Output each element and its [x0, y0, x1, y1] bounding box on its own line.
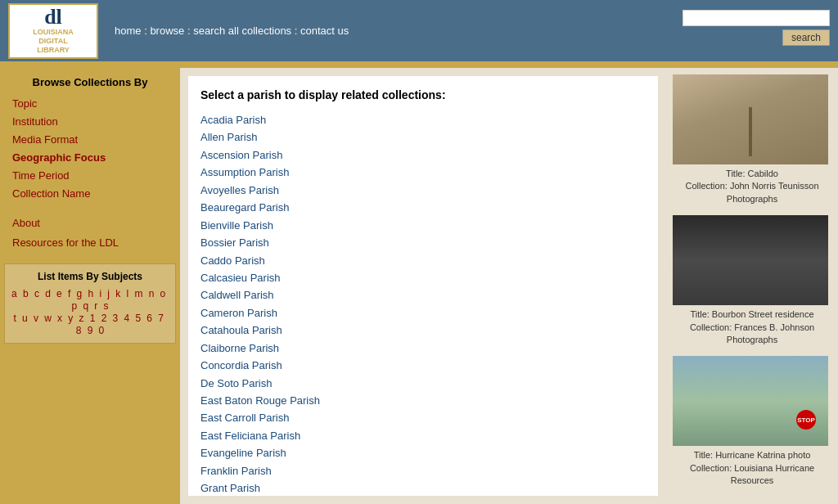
about-link[interactable]: About: [12, 214, 168, 234]
parish-link[interactable]: Beauregard Parish: [200, 201, 289, 214]
list-item: Claiborne Parish: [200, 340, 646, 357]
parish-link[interactable]: Catahoula Parish: [200, 324, 282, 336]
about-links: About Resources for the LDL: [4, 214, 176, 254]
alpha-2[interactable]: 2: [101, 313, 107, 324]
browse-title: Browse Collections By: [4, 76, 176, 88]
parish-link[interactable]: Caddo Parish: [200, 254, 265, 267]
header: dl LOUISIANA digital LIBRARY home : brow…: [0, 0, 838, 61]
alpha-n[interactable]: n: [149, 288, 155, 299]
parish-link[interactable]: Evangeline Parish: [200, 447, 286, 459]
list-item: Grant Parish: [200, 479, 646, 496]
parish-instruction: Select a parish to display related colle…: [200, 88, 646, 101]
parish-link[interactable]: Caldwell Parish: [200, 289, 274, 301]
parish-link[interactable]: Cameron Parish: [200, 307, 277, 319]
alpha-b[interactable]: b: [23, 288, 29, 299]
alpha-7[interactable]: 7: [158, 313, 164, 324]
alpha-y[interactable]: y: [68, 313, 73, 324]
gold-bar: [0, 61, 838, 68]
sidebar-item-topic[interactable]: Topic: [12, 95, 168, 113]
search-button[interactable]: search: [782, 29, 830, 46]
parish-link[interactable]: Grant Parish: [200, 482, 260, 494]
nav-contact[interactable]: contact us: [300, 25, 349, 37]
list-subjects-box: List Items By Subjects a b c d e f g h i…: [4, 263, 176, 344]
list-item: Caddo Parish: [200, 252, 646, 269]
alpha-3[interactable]: 3: [113, 313, 119, 324]
thumbnail-image[interactable]: [673, 356, 828, 446]
alpha-m[interactable]: m: [134, 288, 142, 299]
parish-link[interactable]: Acadia Parish: [200, 114, 266, 126]
list-item: Acadia Parish: [200, 111, 646, 128]
alpha-g[interactable]: g: [77, 288, 83, 299]
parish-link[interactable]: East Carroll Parish: [200, 412, 289, 424]
thumbnail-item: Title: Hurricane Katrina photoCollection…: [673, 356, 831, 487]
parish-link[interactable]: East Baton Rouge Parish: [200, 394, 320, 407]
sidebar-item-time-period[interactable]: Time Period: [12, 167, 168, 185]
alpha-4[interactable]: 4: [124, 313, 130, 324]
nav-home[interactable]: home: [115, 25, 142, 37]
list-item: De Soto Parish: [200, 375, 646, 392]
alpha-s[interactable]: s: [104, 300, 109, 312]
alpha-9[interactable]: 9: [88, 325, 93, 336]
alpha-w[interactable]: w: [44, 313, 52, 324]
parish-link[interactable]: Avoyelles Parish: [200, 184, 279, 196]
resources-link[interactable]: Resources for the LDL: [12, 233, 168, 254]
list-item: East Baton Rouge Parish: [200, 392, 646, 409]
parish-link[interactable]: Claiborne Parish: [200, 342, 279, 354]
parish-link[interactable]: Franklin Parish: [200, 465, 272, 477]
parish-link[interactable]: Assumption Parish: [200, 166, 289, 178]
thumbnail-caption: Title: Bourbon Street residenceCollectio…: [673, 308, 831, 346]
alpha-e[interactable]: e: [56, 288, 62, 299]
sidebar-item-geographic-focus[interactable]: Geographic Focus: [12, 149, 168, 167]
alpha-h[interactable]: h: [88, 288, 94, 299]
alpha-8[interactable]: 8: [76, 325, 82, 336]
nav-browse[interactable]: browse: [150, 25, 184, 37]
thumbnail-caption: Title: Hurricane Katrina photoCollection…: [673, 449, 831, 487]
alpha-u[interactable]: u: [22, 313, 28, 324]
alpha-1[interactable]: 1: [90, 313, 96, 324]
sidebar-item-collection-name[interactable]: Collection Name: [12, 185, 168, 203]
alpha-d[interactable]: d: [45, 288, 51, 299]
alpha-k[interactable]: k: [115, 288, 120, 299]
alpha-c[interactable]: c: [34, 288, 39, 299]
parish-link[interactable]: Bossier Parish: [200, 236, 269, 249]
alpha-f[interactable]: f: [68, 288, 70, 299]
list-item: Bienville Parish: [200, 217, 646, 234]
parish-link[interactable]: Bienville Parish: [200, 219, 273, 232]
list-subjects-title: List Items By Subjects: [11, 271, 169, 282]
alpha-z[interactable]: z: [79, 313, 84, 324]
alpha-l[interactable]: l: [127, 288, 129, 299]
list-item: Concordia Parish: [200, 357, 646, 374]
parish-box: Select a parish to display related colle…: [188, 76, 658, 496]
center-content: Select a parish to display related colle…: [180, 68, 666, 504]
logo: dl LOUISIANA digital LIBRARY: [8, 3, 98, 59]
alpha-i[interactable]: i: [99, 288, 101, 299]
sidebar-item-institution[interactable]: Institution: [12, 113, 168, 131]
thumbnail-image[interactable]: [673, 74, 828, 164]
alpha-t[interactable]: t: [13, 313, 16, 324]
list-item: Beauregard Parish: [200, 199, 646, 216]
parish-link[interactable]: East Feliciana Parish: [200, 430, 300, 442]
nav-search-all[interactable]: search all collections: [193, 25, 291, 37]
thumbnail-image[interactable]: [673, 215, 828, 305]
thumbnail-item: Title: Bourbon Street residenceCollectio…: [673, 215, 831, 346]
alpha-v[interactable]: v: [34, 313, 38, 324]
alpha-5[interactable]: 5: [135, 313, 141, 324]
search-input[interactable]: [683, 10, 830, 26]
sidebar-item-media-format[interactable]: Media Format: [12, 131, 168, 149]
alpha-p[interactable]: p: [71, 300, 77, 312]
alpha-q[interactable]: q: [83, 300, 88, 312]
parish-link[interactable]: Calcasieu Parish: [200, 272, 281, 284]
parish-link[interactable]: Ascension Parish: [200, 149, 282, 161]
alpha-a[interactable]: a: [11, 288, 17, 299]
parish-link[interactable]: De Soto Parish: [200, 377, 272, 389]
alpha-x[interactable]: x: [57, 313, 62, 324]
parish-link[interactable]: Concordia Parish: [200, 359, 282, 371]
alpha-r[interactable]: r: [94, 300, 97, 312]
alpha-j[interactable]: j: [107, 288, 110, 299]
alpha-0[interactable]: 0: [99, 325, 105, 336]
parish-link[interactable]: Allen Parish: [200, 131, 257, 143]
right-sidebar: Title: CabildoCollection: John Norris Te…: [666, 68, 838, 504]
alpha-o[interactable]: o: [160, 288, 166, 299]
alpha-6[interactable]: 6: [146, 313, 152, 324]
list-item: Caldwell Parish: [200, 286, 646, 304]
